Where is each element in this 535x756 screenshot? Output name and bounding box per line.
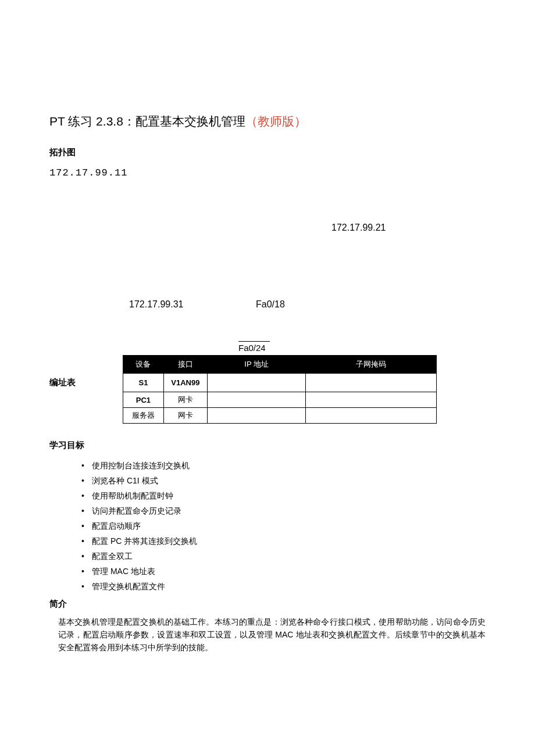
header-device: 设备 bbox=[123, 356, 164, 374]
cell-interface: V1AN99 bbox=[163, 374, 207, 392]
ip-address-top: 172.17.99.11 bbox=[49, 167, 486, 178]
header-interface: 接口 bbox=[163, 356, 207, 374]
title-instructor: （教师版） bbox=[245, 114, 306, 128]
ip-address-right: 172.17.99.21 bbox=[331, 223, 386, 233]
table-row: 服务器 网卡 bbox=[123, 408, 437, 424]
topology-diagram: 172.17.99.21 172.17.99.31 Fa0/18 Fa0/24 bbox=[49, 188, 486, 350]
addressing-table: 设备 接口 IP 地址 子网掩码 S1 V1AN99 PC1 网卡 bbox=[123, 355, 437, 424]
list-item: 配置 PC 并将其连接到交换机 bbox=[81, 533, 486, 549]
table-row: PC1 网卡 bbox=[123, 392, 437, 408]
list-item: 使用帮助机制配置时钟 bbox=[81, 488, 486, 503]
learning-objectives-list: 使用控制台连接连到交换机 浏览各种 C1I 模式 使用帮助机制配置时钟 访问并配… bbox=[81, 458, 486, 594]
intro-text: 基本交换机管理是配置交换机的基础工作。本练习的重点是：浏览各种命令行接口模式，使… bbox=[58, 615, 486, 654]
list-item: 配置启动顺序 bbox=[81, 518, 486, 533]
intro-heading: 简介 bbox=[49, 599, 486, 610]
learning-objectives-heading: 学习目标 bbox=[49, 440, 486, 451]
list-item: 浏览各种 C1I 模式 bbox=[81, 473, 486, 488]
addressing-section: 编址表 设备 接口 IP 地址 子网掩码 S1 V1AN99 PC1 bbox=[49, 355, 486, 424]
cell-ip bbox=[207, 408, 306, 424]
cell-interface: 网卡 bbox=[163, 408, 207, 424]
header-mask: 子网掩码 bbox=[306, 356, 437, 374]
table-row: S1 V1AN99 bbox=[123, 374, 437, 392]
title-main: PT 练习 2.3.8：配置基本交换机管理 bbox=[49, 114, 245, 128]
table-header-row: 设备 接口 IP 地址 子网掩码 bbox=[123, 356, 437, 374]
cell-device: PC1 bbox=[123, 392, 164, 408]
topology-heading: 拓扑图 bbox=[49, 147, 486, 158]
list-item: 管理 MAC 地址表 bbox=[81, 564, 486, 579]
cell-ip bbox=[207, 392, 306, 408]
document-page: PT 练习 2.3.8：配置基本交换机管理（教师版） 拓扑图 172.17.99… bbox=[0, 0, 535, 654]
cell-mask bbox=[306, 374, 437, 392]
cell-device: S1 bbox=[123, 374, 164, 392]
interface-fa024: Fa0/24 bbox=[238, 341, 270, 353]
ip-address-left2: 172.17.99.31 bbox=[129, 299, 183, 310]
cell-mask bbox=[306, 392, 437, 408]
list-item: 使用控制台连接连到交换机 bbox=[81, 458, 486, 473]
cell-device: 服务器 bbox=[123, 408, 164, 424]
cell-mask bbox=[306, 408, 437, 424]
interface-fa018: Fa0/18 bbox=[256, 299, 285, 310]
page-title: PT 练习 2.3.8：配置基本交换机管理（教师版） bbox=[49, 113, 486, 130]
cell-ip bbox=[207, 374, 306, 392]
list-item: 访问并配置命令历史记录 bbox=[81, 503, 486, 518]
addressing-table-label: 编址表 bbox=[49, 355, 123, 388]
list-item: 管理交换机配置文件 bbox=[81, 579, 486, 594]
list-item: 配置全双工 bbox=[81, 549, 486, 564]
cell-interface: 网卡 bbox=[163, 392, 207, 408]
header-ip: IP 地址 bbox=[207, 356, 306, 374]
